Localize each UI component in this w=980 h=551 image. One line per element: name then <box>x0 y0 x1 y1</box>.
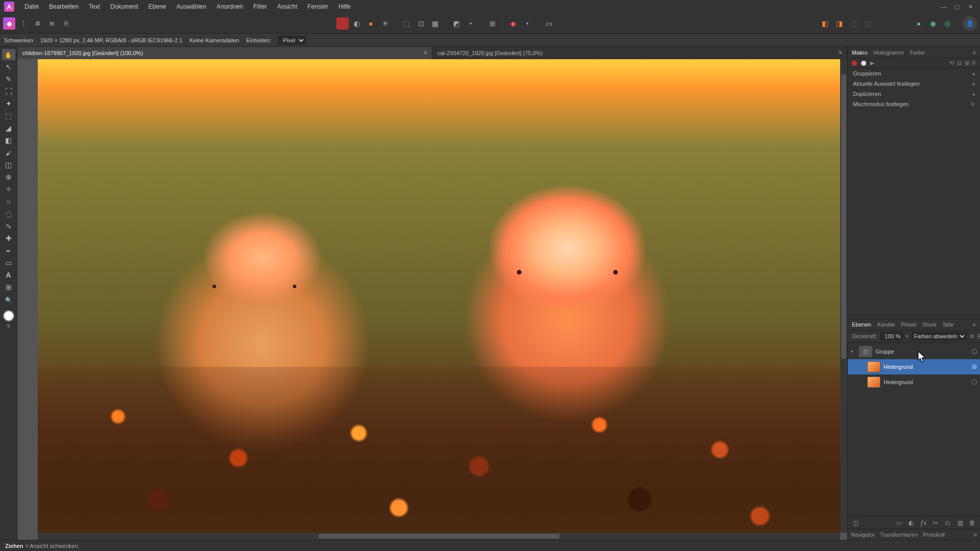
deselect-icon[interactable]: ⊡ <box>415 17 427 30</box>
arrow-down-icon[interactable]: ▾ <box>522 17 534 30</box>
blur-tool-icon[interactable]: ◌ <box>2 208 15 219</box>
dodge-tool-icon[interactable]: ○ <box>2 196 15 207</box>
persona-develop-icon[interactable]: ✲ <box>32 17 44 30</box>
layer-row-group[interactable]: ▾ 🗀 Gruppe <box>848 344 980 359</box>
minimize-button[interactable]: — <box>938 2 949 11</box>
tab-farbe[interactable]: Farbe <box>909 49 926 56</box>
maximize-button[interactable]: ▢ <box>951 2 963 11</box>
tab-makro[interactable]: Makro <box>851 49 869 56</box>
gradient-tool-icon[interactable]: ◧ <box>2 135 15 146</box>
macro-opt4-icon[interactable]: ⎘ <box>972 60 976 66</box>
arrange-icon[interactable]: ⊞ <box>486 17 499 30</box>
visibility-toggle[interactable] <box>972 380 977 385</box>
tab-histogramm[interactable]: Histogramm <box>873 49 905 56</box>
macro-item[interactable]: Aktuelle Auswahl festlegen◂ <box>848 79 980 89</box>
canvas-image[interactable] <box>38 59 840 533</box>
color-picker-tool-icon[interactable]: ✎ <box>2 73 15 85</box>
add-layer-icon[interactable]: ▥ <box>955 518 965 528</box>
autolevels-icon[interactable]: ◐ <box>351 17 363 30</box>
fx-icon[interactable]: ƒx <box>919 518 928 528</box>
menu-fenster[interactable]: Fenster <box>302 0 333 13</box>
clone-tool-icon[interactable]: ⊕ <box>2 171 15 183</box>
macro-item[interactable]: Mischmodus festlegen✲ <box>848 99 980 109</box>
smudge-tool-icon[interactable]: ∿ <box>2 220 15 232</box>
zoom-tool-icon[interactable] <box>2 294 15 305</box>
doc-tab-1[interactable]: children-1879907_1920.jpg [Geändert] (10… <box>17 47 432 59</box>
menu-auswaehlen[interactable]: Auswählen <box>171 0 211 13</box>
macro-opt2-icon[interactable]: ⊡ <box>957 60 962 66</box>
hand-tool-icon[interactable] <box>2 49 15 60</box>
visibility-toggle[interactable] <box>972 349 977 354</box>
panel-menu-icon[interactable]: ≡ <box>974 532 977 538</box>
quickmask-icon[interactable]: ◩ <box>451 17 463 30</box>
opacity-input[interactable] <box>880 332 903 340</box>
tab-stock[interactable]: Stock <box>921 321 938 328</box>
layer-row[interactable]: Hintergrund <box>848 359 980 374</box>
macro-opt3-icon[interactable]: ⊞ <box>965 60 969 66</box>
healing-tool-icon[interactable]: ✚ <box>2 233 15 244</box>
pen-tool-icon[interactable] <box>2 245 15 256</box>
menu-dokument[interactable]: Dokument <box>105 0 143 13</box>
persona-tone-icon[interactable]: ≋ <box>46 17 58 30</box>
lock-icon[interactable]: ⎘ <box>977 333 980 339</box>
adjustment-icon[interactable]: ◐ <box>906 518 916 528</box>
tab-protokoll[interactable]: Protokoll <box>923 532 945 538</box>
cloud3-icon[interactable]: ◎ <box>941 17 953 30</box>
layer-fx-icon[interactable]: ◧ <box>819 17 831 30</box>
menu-filter[interactable]: Filter <box>248 0 272 13</box>
marquee-tool-icon[interactable]: ⬚ <box>2 110 15 121</box>
erase-tool-icon[interactable]: ◫ <box>2 159 15 170</box>
persona-export-icon[interactable]: ⎘ <box>60 17 72 30</box>
menu-anordnen[interactable]: Anordnen <box>211 0 248 13</box>
scrollbar-vertical[interactable] <box>840 59 847 533</box>
panel-menu-icon[interactable]: ≡ <box>972 49 977 56</box>
macro-stop-icon[interactable] <box>861 61 866 66</box>
crop-layer-icon[interactable]: ✂ <box>931 518 940 528</box>
panel-menu-icon[interactable]: ≡ <box>972 321 977 328</box>
close-icon[interactable]: ✕ <box>422 49 429 56</box>
macro-play-icon[interactable]: ▶ <box>870 60 874 66</box>
foreground-color-swatch[interactable] <box>3 310 14 321</box>
cloud2-icon[interactable]: ◉ <box>927 17 939 30</box>
layer-row[interactable]: Hintergrund <box>848 374 980 390</box>
invert-sel-icon[interactable]: ▦ <box>429 17 442 30</box>
record-icon[interactable]: ◆ <box>507 17 520 30</box>
menu-datei[interactable]: Datei <box>19 0 44 13</box>
blend-mode-select[interactable]: Farben abwedeln <box>912 332 967 340</box>
tab-kanaele[interactable]: Kanäle <box>876 321 896 328</box>
autocolor-icon[interactable]: ● <box>365 17 377 30</box>
camera-icon[interactable]: ▭ <box>543 17 555 30</box>
group-icon[interactable]: 🗀 <box>943 518 952 528</box>
move-tool-icon[interactable] <box>2 61 15 72</box>
layer-fx2-icon[interactable]: ◨ <box>833 17 845 30</box>
macro-item[interactable]: Duplizieren◂ <box>848 89 980 99</box>
macro-opt1-icon[interactable]: ⟲ <box>949 60 954 66</box>
swatch-icon[interactable] <box>336 17 349 30</box>
tab-pinsel[interactable]: Pinsel <box>900 321 917 328</box>
close-icon[interactable]: ✕ <box>837 49 844 56</box>
gear-icon[interactable]: ✲ <box>970 333 974 340</box>
menu-hilfe[interactable]: Hilfe <box>333 0 356 13</box>
tab-navigator[interactable]: Navigator <box>851 532 875 538</box>
delete-layer-icon[interactable]: 🗑 <box>968 518 977 528</box>
paint-brush-tool-icon[interactable] <box>2 147 15 158</box>
menu-text[interactable]: Text <box>84 0 105 13</box>
arrow-down-icon[interactable]: ▾ <box>465 17 477 30</box>
arrow-down-icon[interactable]: ▾ <box>906 334 909 339</box>
shape-tool-icon[interactable]: ▭ <box>2 257 15 268</box>
mesh-tool-icon[interactable]: ⊞ <box>2 282 15 293</box>
menu-ansicht[interactable]: Ansicht <box>272 0 302 13</box>
crop-tool-icon[interactable] <box>2 86 15 97</box>
persona-liquify-icon[interactable]: ⦚ <box>17 17 30 30</box>
inpaint-tool-icon[interactable]: ✧ <box>2 184 15 195</box>
macro-record-icon[interactable] <box>852 61 857 66</box>
add-mask-icon[interactable]: ▭ <box>894 518 903 528</box>
flood-tool-icon[interactable]: ◢ <box>2 122 15 134</box>
autowb-icon[interactable]: ✳ <box>379 17 391 30</box>
text-tool-icon[interactable] <box>2 269 15 281</box>
tab-transformieren[interactable]: Transformieren <box>880 532 918 538</box>
tab-stile[interactable]: Stile <box>942 321 954 328</box>
scrollbar-horizontal[interactable] <box>38 533 840 540</box>
visibility-toggle[interactable] <box>972 364 977 369</box>
select-all-icon[interactable]: ⬚ <box>401 17 413 30</box>
